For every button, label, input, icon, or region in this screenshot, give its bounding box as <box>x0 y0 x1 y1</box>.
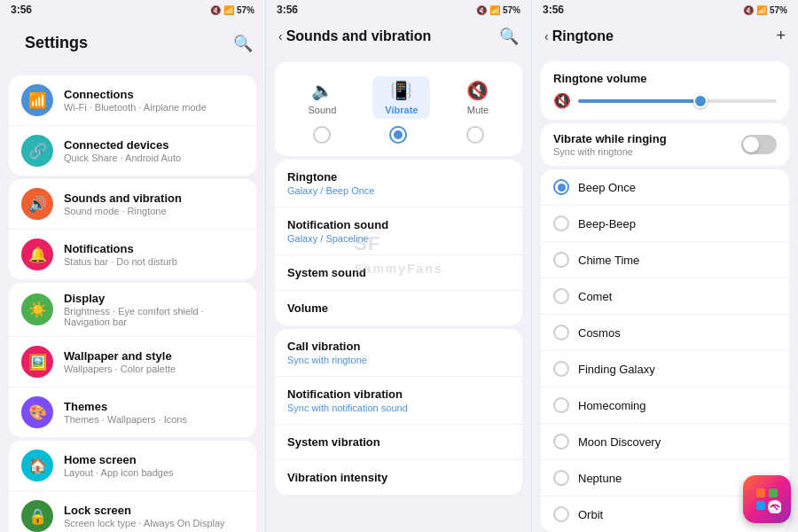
ringtone-beep-once[interactable]: Beep Once <box>541 169 789 206</box>
volume-label: Volume <box>287 301 510 315</box>
ringtone-finding-galaxy[interactable]: Finding Galaxy <box>541 351 789 387</box>
ringtone-beep-beep[interactable]: Beep-Beep <box>541 206 789 242</box>
vibrate-while-ringing-subtitle: Sync with ringtone <box>553 146 667 157</box>
neptune-radio[interactable] <box>553 470 569 486</box>
slider-fill <box>578 99 697 103</box>
settings-item-connected-devices[interactable]: 🔗 Connected devices Quick Share · Androi… <box>9 126 256 176</box>
beep-beep-radio[interactable] <box>553 215 569 231</box>
cosmos-radio[interactable] <box>553 325 569 340</box>
search-icon-2[interactable]: 🔍 <box>499 27 519 46</box>
lock-title: Lock screen <box>64 504 244 517</box>
beep-once-radio[interactable] <box>553 179 569 195</box>
vibrate-while-ringing-group: Vibrate while ringing Sync with ringtone <box>541 123 789 166</box>
connected-devices-subtitle: Quick Share · Android Auto <box>64 153 244 163</box>
ringtone-chime-time[interactable]: Chime Time <box>541 242 789 278</box>
volume-item[interactable]: Volume <box>275 291 522 325</box>
home-title: Home screen <box>64 453 244 466</box>
volume-section: Ringtone volume 🔇 <box>541 61 789 120</box>
volume-off-icon: 🔇 <box>553 92 571 109</box>
notification-sound-item[interactable]: Notification sound Galaxy / Spaceline <box>275 207 522 255</box>
moon-discovery-radio[interactable] <box>553 434 569 450</box>
mute-tab-icon: 🔇 <box>466 80 489 101</box>
settings-item-home[interactable]: 🏠 Home screen Layout · App icon badges <box>9 441 256 491</box>
orbit-radio[interactable] <box>553 506 569 522</box>
search-icon-1[interactable]: 🔍 <box>233 34 253 53</box>
svg-rect-1 <box>769 489 778 497</box>
status-icons-1: 🔇 📶 57% <box>210 5 254 15</box>
homecoming-radio[interactable] <box>553 397 569 413</box>
beep-once-label: Beep Once <box>578 181 636 194</box>
logo-badge <box>743 475 791 523</box>
vibration-intensity-item[interactable]: Vibration intensity <box>275 460 522 495</box>
wallpaper-title: Wallpaper and style <box>64 349 244 363</box>
finding-galaxy-radio[interactable] <box>553 361 569 377</box>
sound-radio[interactable] <box>313 126 331 144</box>
connections-subtitle: Wi-Fi · Bluetooth · Airplane mode <box>64 102 244 113</box>
svg-rect-0 <box>756 489 765 497</box>
nav-bar-1: Settings 🔍 <box>0 20 265 66</box>
back-chevron-3: ‹ <box>544 29 549 43</box>
ringtone-cosmos[interactable]: Cosmos <box>541 315 789 351</box>
ringtone-comet[interactable]: Comet <box>541 278 789 315</box>
themes-title: Themes <box>64 400 244 413</box>
notifications-subtitle: Status bar · Do not disturb <box>64 256 244 267</box>
settings-group-4: 🏠 Home screen Layout · App icon badges 🔒… <box>9 441 256 532</box>
sounds-title: Sounds and vibration <box>64 192 244 205</box>
sound-mode-selector: 🔈 Sound 📳 Vibrate 🔇 Mute <box>275 62 522 156</box>
settings-item-connections[interactable]: 📶 Connections Wi-Fi · Bluetooth · Airpla… <box>9 75 256 126</box>
settings-item-wallpaper[interactable]: 🖼️ Wallpaper and style Wallpapers · Colo… <box>9 337 256 387</box>
add-ringtone-button[interactable]: + <box>776 27 786 45</box>
settings-item-display[interactable]: ☀️ Display Brightness · Eye comfort shie… <box>9 283 256 337</box>
vibration-intensity-label: Vibration intensity <box>287 471 510 484</box>
finding-galaxy-label: Finding Galaxy <box>578 363 655 376</box>
vibrate-while-ringing-row: Vibrate while ringing Sync with ringtone <box>541 123 789 166</box>
sounds-icon: 🔊 <box>21 188 53 220</box>
ringtone-scroll: Ringtone volume 🔇 Vibrate while ringing … <box>532 52 798 532</box>
homecoming-label: Homecoming <box>578 399 646 412</box>
settings-item-lock[interactable]: 🔒 Lock screen Screen lock type · Always … <box>9 491 256 532</box>
notification-vibration-item[interactable]: Notification vibration Sync with notific… <box>275 377 522 425</box>
back-button-2[interactable]: ‹ Sounds and vibration <box>278 28 431 44</box>
back-button-3[interactable]: ‹ Ringtone <box>544 28 614 44</box>
volume-slider-row: 🔇 <box>553 92 777 109</box>
mute-tab-label: Mute <box>467 105 489 115</box>
moon-discovery-label: Moon Discovery <box>578 435 661 449</box>
tab-sound[interactable]: 🔈 Sound <box>296 76 349 119</box>
vibrate-toggle[interactable] <box>741 135 777 154</box>
tab-vibrate[interactable]: 📳 Vibrate <box>372 76 430 119</box>
notifications-title: Notifications <box>64 242 244 255</box>
ringtone-moon-discovery[interactable]: Moon Discovery <box>541 424 789 460</box>
status-icons-2: 🔇 📶 57% <box>476 5 520 15</box>
vibrate-radio[interactable] <box>389 126 407 144</box>
ringtone-item[interactable]: Ringtone Galaxy / Beep Once <box>275 160 522 207</box>
settings-group-2: 🔊 Sounds and vibration Sound mode · Ring… <box>9 179 256 279</box>
notification-sound-value: Galaxy / Spaceline <box>287 233 510 244</box>
mute-radio[interactable] <box>466 126 484 144</box>
chime-time-radio[interactable] <box>553 252 569 268</box>
system-vibration-label: System vibration <box>287 435 510 449</box>
call-vibration-label: Call vibration <box>287 340 510 353</box>
ringtone-homecoming[interactable]: Homecoming <box>541 387 789 424</box>
comet-label: Comet <box>578 290 612 303</box>
system-vibration-item[interactable]: System vibration <box>275 425 522 460</box>
battery-2: 57% <box>503 5 520 15</box>
home-subtitle: Layout · App icon badges <box>64 467 244 478</box>
settings-group-1: 📶 Connections Wi-Fi · Bluetooth · Airpla… <box>9 75 256 176</box>
page-title-1: Settings <box>12 27 100 59</box>
system-sound-label: System sound <box>287 266 510 279</box>
settings-item-notifications[interactable]: 🔔 Notifications Status bar · Do not dist… <box>9 230 256 279</box>
slider-thumb[interactable] <box>693 94 708 108</box>
system-sound-item[interactable]: System sound <box>275 255 522 291</box>
call-vibration-item[interactable]: Call vibration Sync with ringtone <box>275 329 522 377</box>
volume-slider-track[interactable] <box>578 99 777 103</box>
themes-icon: 🎨 <box>21 396 53 428</box>
tab-mute[interactable]: 🔇 Mute <box>454 76 501 119</box>
back-chevron-2: ‹ <box>278 29 283 43</box>
themes-subtitle: Themes · Wallpapers · Icons <box>64 414 244 425</box>
status-bar-3: 3:56 🔇 📶 57% <box>532 0 798 20</box>
settings-item-sounds[interactable]: 🔊 Sounds and vibration Sound mode · Ring… <box>9 179 256 230</box>
settings-item-themes[interactable]: 🎨 Themes Themes · Wallpapers · Icons <box>9 387 256 437</box>
comet-radio[interactable] <box>553 288 569 304</box>
wifi-icon-2: 📶 <box>489 5 500 15</box>
battery-1: 57% <box>237 5 254 15</box>
